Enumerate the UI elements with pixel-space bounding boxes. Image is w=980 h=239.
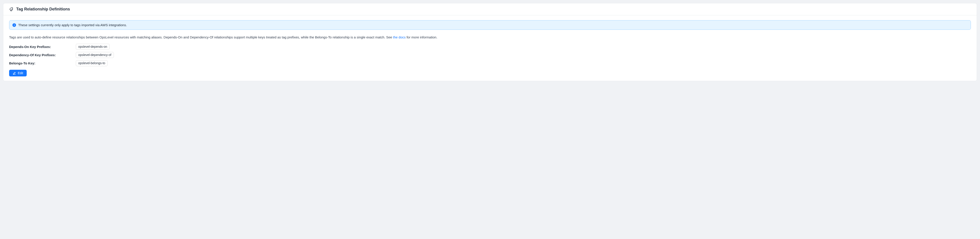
pencil-icon xyxy=(13,71,16,75)
alert-text: These settings currently only apply to t… xyxy=(18,23,127,27)
svg-point-0 xyxy=(12,8,12,8)
edit-button-label: Edit xyxy=(18,71,23,75)
card-title: Tag Relationship Definitions xyxy=(16,7,70,11)
definition-row-belongs-to: Belongs-To Key: opslevel-belongs-to xyxy=(9,60,971,66)
info-alert: These settings currently only apply to t… xyxy=(9,20,971,30)
definition-value: opslevel-belongs-to xyxy=(76,60,108,66)
description-text: Tags are used to auto-define resource re… xyxy=(9,35,971,40)
info-icon xyxy=(13,23,16,27)
definition-row-dependency-of: Dependency-Of Key Prefixes: opslevel-dep… xyxy=(9,52,971,58)
docs-link[interactable]: the docs xyxy=(393,35,406,39)
definition-value: opslevel-depends-on xyxy=(76,44,110,50)
definition-row-depends-on: Depends-On Key Prefixes: opslevel-depend… xyxy=(9,44,971,50)
description-pre: Tags are used to auto-define resource re… xyxy=(9,35,393,39)
description-post: for more information. xyxy=(407,35,437,39)
tag-relationship-card: Tag Relationship Definitions These setti… xyxy=(3,3,977,81)
svg-rect-2 xyxy=(14,25,14,26)
card-header: Tag Relationship Definitions xyxy=(3,3,977,15)
svg-point-3 xyxy=(14,24,14,24)
definitions-list: Depends-On Key Prefixes: opslevel-depend… xyxy=(9,44,971,66)
definition-label: Belongs-To Key: xyxy=(9,61,76,65)
definition-label: Depends-On Key Prefixes: xyxy=(9,45,76,49)
definition-value: opslevel-dependency-of xyxy=(76,52,114,58)
edit-button[interactable]: Edit xyxy=(9,70,27,76)
card-body: These settings currently only apply to t… xyxy=(3,15,977,81)
definition-label: Dependency-Of Key Prefixes: xyxy=(9,53,76,57)
tag-stack-icon xyxy=(9,7,14,11)
